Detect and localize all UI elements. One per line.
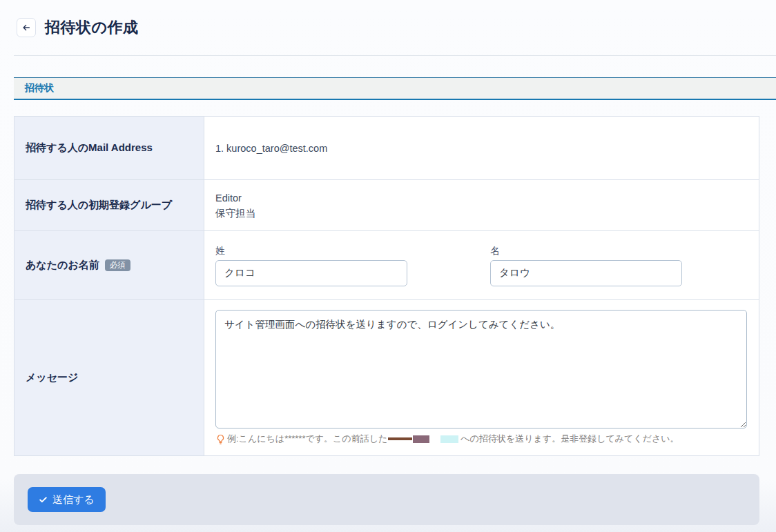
required-badge: 必須 <box>105 259 130 272</box>
last-name-input[interactable] <box>215 260 407 286</box>
your-name-label: あなたのお名前 <box>26 258 99 272</box>
first-name-field-group: 名 <box>490 245 682 286</box>
mail-address-label: 招待する人のMail Address <box>26 141 153 155</box>
hint-text-suffix: への招待状を送ります。是非登録してみてください。 <box>460 432 679 446</box>
redacted-block-cyan <box>440 435 458 443</box>
message-label: メッセージ <box>26 371 78 384</box>
submit-button[interactable]: 送信する <box>28 487 106 512</box>
form-row-your-name: あなたのお名前 必須 姓 名 <box>14 231 759 300</box>
page-header: 招待状の作成 <box>0 0 776 37</box>
invitation-create-page: 招待状の作成 招待状 招待する人のMail Address 1. kuroco_… <box>0 0 776 532</box>
back-arrow-icon <box>21 23 31 32</box>
redacted-block-brown <box>388 437 412 440</box>
form-row-initial-group: 招待する人の初期登録グループ Editor 保守担当 <box>14 180 759 231</box>
section-title: 招待状 <box>25 82 54 95</box>
initial-group-value-cell: Editor 保守担当 <box>204 180 759 230</box>
initial-group-value-2: 保守担当 <box>215 206 748 221</box>
invitation-form-table: 招待する人のMail Address 1. kuroco_taro@test.c… <box>14 116 759 456</box>
mail-address-value: 1. kuroco_taro@test.com <box>215 141 748 156</box>
message-value-cell: サイト管理画面への招待状を送りますので、ログインしてみてください。 例:こんにち… <box>204 300 759 455</box>
message-hint: 例:こんにちは******です。この前話した への招待状を送ります。是非登録して… <box>215 432 748 446</box>
form-row-message: メッセージ サイト管理画面への招待状を送りますので、ログインしてみてください。 … <box>14 300 759 456</box>
check-icon <box>39 495 48 504</box>
lightbulb-icon <box>215 434 226 444</box>
initial-group-label: 招待する人の初期登録グループ <box>26 198 172 212</box>
message-label-cell: メッセージ <box>14 300 204 455</box>
first-name-label: 名 <box>490 245 682 257</box>
your-name-label-cell: あなたのお名前 必須 <box>14 231 204 299</box>
redacted-block-mauve <box>413 435 429 443</box>
footer-action-bar: 送信する <box>14 474 759 525</box>
name-fields: 姓 名 <box>215 245 748 286</box>
page-title: 招待状の作成 <box>45 17 139 38</box>
initial-group-value-1: Editor <box>215 190 748 206</box>
last-name-field-group: 姓 <box>215 245 407 286</box>
form-row-mail-address: 招待する人のMail Address 1. kuroco_taro@test.c… <box>14 117 759 180</box>
section-header-invitation: 招待状 <box>14 77 776 100</box>
message-textarea[interactable]: サイト管理画面への招待状を送りますので、ログインしてみてください。 <box>215 310 747 428</box>
submit-button-label: 送信する <box>52 493 95 506</box>
hint-text-prefix: 例:こんにちは******です。この前話した <box>227 432 387 446</box>
back-button[interactable] <box>17 18 36 37</box>
initial-group-label-cell: 招待する人の初期登録グループ <box>14 180 204 230</box>
first-name-input[interactable] <box>490 260 682 286</box>
your-name-value-cell: 姓 名 <box>204 231 759 299</box>
mail-address-value-cell: 1. kuroco_taro@test.com <box>204 117 759 179</box>
mail-address-label-cell: 招待する人のMail Address <box>14 117 204 179</box>
last-name-label: 姓 <box>215 245 407 257</box>
header-divider <box>14 55 776 56</box>
